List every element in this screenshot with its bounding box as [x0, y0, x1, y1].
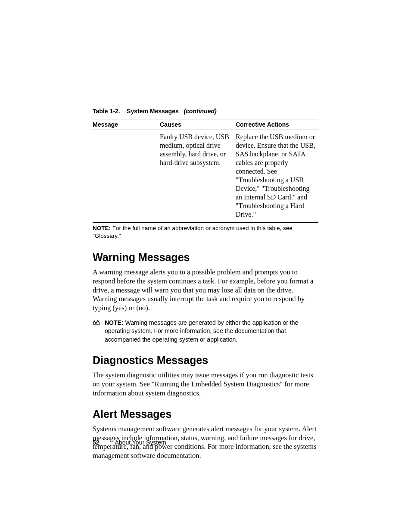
- table-row: Faulty USB device, USB medium, optical d…: [93, 130, 318, 223]
- heading-alert-messages: Alert Messages: [93, 408, 318, 420]
- table-header-row: Message Causes Corrective Actions: [93, 119, 318, 130]
- footer-section-name: About Your System: [115, 439, 166, 446]
- system-messages-table: Message Causes Corrective Actions Faulty…: [93, 119, 318, 223]
- page-footer: 52 About Your System: [93, 439, 166, 446]
- paragraph-warning: A warning message alerts you to a possib…: [93, 268, 318, 312]
- table-caption: Table 1-2. System Messages (continued): [93, 108, 318, 115]
- note-body: Warning messages are generated by either…: [105, 319, 298, 343]
- note-label: NOTE:: [93, 225, 111, 231]
- heading-warning-messages: Warning Messages: [93, 251, 318, 264]
- paragraph-diagnostics: The system diagnostic utilities may issu…: [93, 371, 318, 398]
- heading-diagnostics-messages: Diagnostics Messages: [93, 354, 318, 367]
- note-text-warning: NOTE: Warning messages are generated by …: [105, 319, 318, 344]
- table-caption-label: Table 1-2.: [93, 108, 120, 115]
- footer-separator: [107, 440, 107, 445]
- page-number: 52: [93, 439, 100, 446]
- cell-message: [93, 130, 160, 223]
- note-icon: [93, 320, 100, 326]
- cell-actions: Replace the USB medium or device. Ensure…: [236, 130, 318, 223]
- note-text: For the full name of an abbreviation or …: [93, 225, 293, 239]
- note-block-warning: NOTE: Warning messages are generated by …: [93, 319, 318, 344]
- document-page: Table 1-2. System Messages (continued) M…: [0, 0, 411, 532]
- note-label: NOTE:: [105, 319, 124, 326]
- col-header-causes: Causes: [160, 119, 236, 130]
- col-header-message: Message: [93, 119, 160, 130]
- table-caption-suffix: (continued): [184, 108, 216, 115]
- table-footnote: NOTE: For the full name of an abbreviati…: [93, 224, 318, 240]
- col-header-actions: Corrective Actions: [236, 119, 318, 130]
- table-caption-title: System Messages: [127, 108, 179, 115]
- cell-causes: Faulty USB device, USB medium, optical d…: [160, 130, 236, 223]
